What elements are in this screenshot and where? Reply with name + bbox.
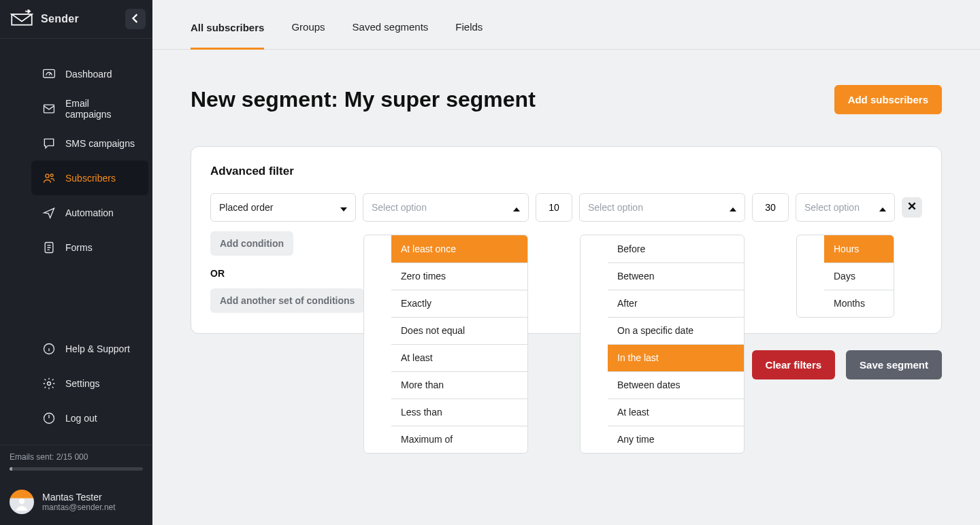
- operator-option[interactable]: More than: [391, 371, 527, 399]
- filter-row: Placed order Select option At least once…: [210, 193, 922, 222]
- time-option[interactable]: On a specific date: [608, 317, 744, 344]
- sidebar-collapse-button[interactable]: [125, 9, 146, 29]
- brand-logo-icon: [10, 10, 34, 29]
- nav-item-automation[interactable]: Automation: [31, 195, 148, 230]
- svg-point-2: [46, 174, 49, 177]
- operator-option[interactable]: At least: [391, 344, 527, 371]
- filter-field-select[interactable]: Placed order: [210, 193, 356, 222]
- caret-up-icon: [730, 204, 736, 211]
- sidebar-header: Sender: [0, 0, 152, 39]
- filter-value-2[interactable]: [752, 193, 789, 222]
- time-option[interactable]: In the last: [608, 344, 744, 371]
- filter-title: Advanced filter: [210, 165, 922, 178]
- remove-condition-button[interactable]: [902, 197, 922, 218]
- avatar: [10, 490, 34, 514]
- nav-label: Dashboard: [65, 69, 112, 80]
- nav-label: Subscribers: [65, 173, 116, 184]
- filter-unit-placeholder: Select option: [804, 202, 879, 213]
- chevron-left-icon: [131, 14, 140, 25]
- chat-icon: [42, 137, 56, 150]
- clear-filters-button[interactable]: Clear filters: [752, 350, 836, 379]
- envelope-icon: [42, 102, 56, 116]
- usage-text: Emails sent: 2/15 000: [10, 452, 88, 462]
- unit-option[interactable]: Hours: [824, 235, 894, 262]
- svg-point-3: [50, 174, 53, 177]
- brand-name: Sender: [41, 13, 79, 25]
- unit-option[interactable]: Months: [824, 290, 894, 317]
- filter-value-2-input[interactable]: [759, 201, 782, 214]
- save-segment-button[interactable]: Save segment: [846, 350, 942, 379]
- operator-option[interactable]: Does not equal: [391, 317, 527, 344]
- caret-up-icon: [879, 204, 886, 211]
- gauge-icon: [42, 67, 56, 81]
- nav-item-help[interactable]: Help & Support: [31, 331, 148, 366]
- nav-item-sms-campaigns[interactable]: SMS campaigns: [31, 126, 148, 160]
- operator-option[interactable]: Exactly: [391, 290, 527, 317]
- tabs: All subscribers Groups Saved segments Fi…: [152, 0, 980, 50]
- operator-option[interactable]: Zero times: [391, 262, 527, 290]
- filter-operator-select[interactable]: Select option At least once Zero times E…: [363, 193, 529, 222]
- page-header: New segment: My super segment Add subscr…: [152, 50, 980, 127]
- info-icon: [42, 342, 56, 356]
- time-dropdown: Before Between After On a specific date …: [580, 235, 745, 454]
- time-option[interactable]: After: [608, 290, 744, 317]
- add-subscribers-button[interactable]: Add subscribers: [834, 85, 942, 114]
- filter-unit-select[interactable]: Select option Hours Days Months: [796, 193, 895, 222]
- unit-option[interactable]: Days: [824, 262, 894, 290]
- x-icon: [907, 201, 917, 213]
- operator-option[interactable]: Less than: [391, 399, 527, 426]
- filter-operator-placeholder: Select option: [372, 202, 513, 213]
- people-icon: [42, 171, 56, 185]
- filter-value-1[interactable]: [536, 193, 572, 222]
- nav-label: Email campaigns: [65, 98, 137, 120]
- nav-item-subscribers[interactable]: Subscribers: [31, 160, 148, 195]
- tab-groups[interactable]: Groups: [291, 21, 325, 49]
- usage-bar: [10, 467, 143, 471]
- svg-rect-1: [44, 105, 54, 113]
- nav-item-email-campaigns[interactable]: Email campaigns: [31, 91, 148, 126]
- time-option[interactable]: Any time: [608, 426, 744, 453]
- main: All subscribers Groups Saved segments Fi…: [152, 0, 980, 525]
- gear-icon: [42, 377, 56, 390]
- tab-saved-segments[interactable]: Saved segments: [353, 21, 429, 49]
- filter-field-value: Placed order: [219, 202, 340, 213]
- filter-card: Advanced filter Placed order Select opti…: [191, 146, 942, 334]
- svg-point-8: [19, 498, 24, 504]
- nav-label: Automation: [65, 207, 114, 218]
- filter-time-placeholder: Select option: [588, 202, 730, 213]
- operator-option[interactable]: Maximum of: [391, 426, 527, 453]
- profile[interactable]: Mantas Tester mantas@sender.net: [0, 481, 152, 525]
- nav-label: Log out: [65, 413, 97, 424]
- svg-rect-0: [44, 69, 55, 78]
- nav-label: Settings: [65, 378, 100, 389]
- brand: Sender: [10, 10, 79, 29]
- nav-item-settings[interactable]: Settings: [31, 366, 148, 401]
- caret-down-icon: [340, 204, 347, 211]
- paper-plane-icon: [42, 206, 56, 220]
- nav-item-forms[interactable]: Forms: [31, 230, 148, 265]
- operator-option[interactable]: At least once: [391, 235, 527, 262]
- add-condition-button[interactable]: Add condition: [210, 231, 293, 256]
- time-option[interactable]: Before: [608, 235, 744, 262]
- svg-point-6: [48, 382, 51, 385]
- time-option[interactable]: Between dates: [608, 371, 744, 399]
- time-option[interactable]: Between: [608, 262, 744, 290]
- time-option[interactable]: At least: [608, 399, 744, 426]
- filter-time-select[interactable]: Select option Before Between After On a …: [579, 193, 745, 222]
- sidebar-nav: Dashboard Email campaigns SMS campaigns …: [0, 48, 152, 265]
- nav-label: SMS campaigns: [65, 138, 135, 149]
- profile-name: Mantas Tester: [42, 492, 116, 503]
- tab-fields[interactable]: Fields: [455, 21, 483, 49]
- nav-item-dashboard[interactable]: Dashboard: [31, 56, 148, 91]
- profile-email: mantas@sender.net: [42, 503, 116, 512]
- sidebar-nav-bottom: Help & Support Settings Log out: [0, 323, 152, 435]
- caret-up-icon: [513, 204, 520, 211]
- nav-item-logout[interactable]: Log out: [31, 401, 148, 435]
- usage-block: Emails sent: 2/15 000: [0, 445, 152, 481]
- filter-value-1-input[interactable]: [542, 201, 566, 214]
- page-actions: Clear filters Save segment: [191, 350, 942, 379]
- add-condition-set-button[interactable]: Add another set of conditions: [210, 288, 364, 313]
- sidebar: Sender Dashboard Email campaigns SMS cam…: [0, 0, 152, 525]
- tab-all-subscribers[interactable]: All subscribers: [191, 22, 264, 50]
- nav-label: Forms: [65, 242, 93, 253]
